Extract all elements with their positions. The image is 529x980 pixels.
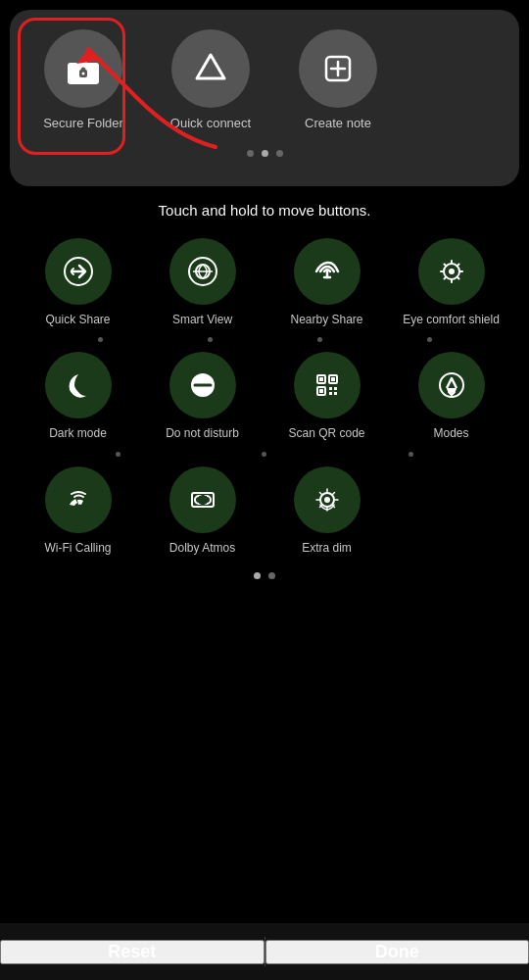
- sd2: [208, 337, 213, 342]
- dolby-atmos-icon: [186, 483, 219, 516]
- quick-share-label: Quick Share: [45, 313, 110, 328]
- do-not-disturb-item[interactable]: Do not disturb: [140, 346, 264, 448]
- svg-line-24: [444, 276, 446, 278]
- row2-dots: [16, 448, 513, 461]
- svg-line-21: [444, 264, 446, 266]
- svg-rect-35: [329, 392, 332, 395]
- svg-rect-31: [331, 377, 335, 381]
- instruction-text: Touch and hold to move buttons.: [0, 186, 529, 232]
- modes-label: Modes: [433, 426, 468, 442]
- quick-connect-label: Quick connect: [170, 116, 251, 132]
- sd5: [116, 452, 120, 457]
- extra-dim-label: Extra dim: [302, 541, 352, 557]
- bottom-bar: Reset Done: [0, 923, 529, 980]
- eye-comfort-shield-label: Eye comfort shield: [403, 313, 500, 328]
- svg-rect-33: [329, 387, 332, 390]
- sd1: [98, 337, 103, 342]
- extra-dim-item[interactable]: Extra dim: [264, 461, 389, 563]
- smart-view-icon: [186, 255, 219, 288]
- quick-connect-icon: [193, 51, 228, 86]
- bottom-dot-2: [268, 572, 275, 579]
- svg-line-48: [319, 493, 321, 495]
- smart-view-icon-circle: [169, 238, 236, 305]
- extra-dim-icon: [311, 483, 344, 516]
- svg-point-43: [324, 497, 330, 503]
- scan-qr-code-icon-circle: [294, 352, 361, 418]
- top-panel: Secure Folder Quick connect Create note: [10, 10, 519, 186]
- dolby-atmos-icon-circle: [169, 466, 236, 533]
- modes-icon-circle: [418, 352, 485, 418]
- dark-mode-icon: [62, 368, 95, 402]
- top-icons-row: Secure Folder Quick connect Create note: [20, 29, 509, 132]
- dark-mode-label: Dark mode: [49, 426, 107, 442]
- svg-line-23: [457, 264, 458, 266]
- wifi-calling-label: Wi-Fi Calling: [44, 541, 111, 557]
- modes-item[interactable]: Modes: [389, 346, 513, 448]
- secure-folder-icon-circle: [44, 29, 122, 108]
- eye-comfort-shield-icon-circle: [418, 238, 485, 305]
- svg-rect-32: [319, 389, 323, 393]
- svg-rect-2: [81, 68, 85, 73]
- row1-dots: [16, 333, 513, 346]
- grid-area: Quick Share Smart View: [0, 232, 529, 563]
- scan-qr-code-item[interactable]: Scan QR code: [264, 346, 389, 448]
- svg-line-22: [457, 276, 458, 278]
- quick-share-item[interactable]: Quick Share: [16, 232, 140, 334]
- dolby-atmos-item[interactable]: Dolby Atmos: [140, 461, 264, 563]
- sd7: [409, 452, 413, 457]
- smart-view-item[interactable]: Smart View: [140, 232, 264, 334]
- create-note-item[interactable]: Create note: [289, 29, 387, 132]
- modes-icon: [435, 368, 468, 402]
- nearby-share-label: Nearby Share: [290, 313, 362, 328]
- do-not-disturb-label: Do not disturb: [166, 426, 239, 442]
- do-not-disturb-icon: [186, 368, 219, 402]
- bottom-dot-1: [254, 572, 261, 579]
- bottom-dots-indicator: [0, 572, 529, 579]
- quick-connect-icon-circle: [171, 29, 250, 108]
- reset-button[interactable]: Reset: [0, 940, 264, 964]
- svg-point-3: [82, 73, 85, 75]
- create-note-label: Create note: [305, 116, 371, 132]
- quick-share-icon: [62, 255, 95, 288]
- empty-slot: [389, 461, 513, 563]
- scan-qr-code-label: Scan QR code: [288, 426, 364, 442]
- secure-folder-icon: [64, 49, 103, 88]
- done-button[interactable]: Done: [265, 940, 530, 964]
- wifi-calling-icon-circle: [45, 466, 112, 533]
- svg-point-37: [440, 373, 463, 397]
- nearby-share-icon-circle: [294, 238, 361, 305]
- dot-3: [276, 150, 283, 157]
- sd6: [262, 452, 266, 457]
- eye-comfort-shield-item[interactable]: Eye comfort shield: [389, 232, 513, 334]
- extra-dim-icon-circle: [294, 466, 361, 533]
- do-not-disturb-icon-circle: [169, 352, 236, 418]
- svg-point-16: [449, 269, 455, 274]
- grid-row-2: Dark mode Do not disturb: [16, 346, 513, 448]
- nearby-share-item[interactable]: Nearby Share: [264, 232, 389, 334]
- grid-row-1: Quick Share Smart View: [16, 232, 513, 334]
- create-note-icon-circle: [299, 29, 377, 108]
- nearby-share-icon: [311, 255, 344, 288]
- quick-share-icon-circle: [45, 238, 112, 305]
- svg-rect-34: [334, 387, 337, 390]
- svg-line-50: [332, 493, 334, 495]
- secure-folder-item[interactable]: Secure Folder: [34, 29, 132, 132]
- dot-1: [247, 150, 254, 157]
- wifi-calling-icon: [62, 483, 95, 516]
- svg-rect-30: [319, 377, 323, 381]
- quick-connect-item[interactable]: Quick connect: [162, 29, 260, 132]
- eye-comfort-shield-icon: [435, 255, 468, 288]
- svg-rect-41: [199, 496, 207, 504]
- secure-folder-label: Secure Folder: [43, 116, 123, 132]
- svg-rect-36: [334, 392, 337, 395]
- wifi-calling-item[interactable]: Wi-Fi Calling: [16, 461, 140, 563]
- dot-2: [262, 150, 268, 157]
- sd4: [427, 337, 432, 342]
- create-note-icon: [320, 51, 356, 86]
- dolby-atmos-label: Dolby Atmos: [169, 541, 235, 557]
- svg-marker-4: [197, 55, 224, 78]
- scan-qr-code-icon: [311, 368, 344, 402]
- dark-mode-item[interactable]: Dark mode: [16, 346, 140, 448]
- sd3: [317, 337, 322, 342]
- top-dots-indicator: [20, 150, 509, 157]
